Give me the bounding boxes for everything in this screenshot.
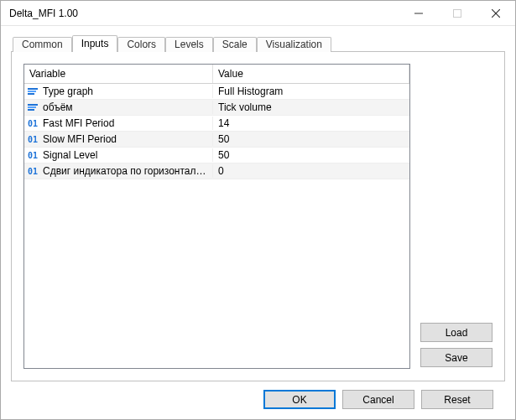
grid-body: Type graphFull HistogramобъёмTick volume…	[24, 84, 409, 368]
minimize-button[interactable]	[399, 1, 438, 26]
enum-type-icon	[24, 103, 41, 111]
variable-name: Signal Level	[41, 148, 213, 162]
dialog-window: Delta_MFI 1.00 Common Inputs Colors Leve…	[0, 0, 516, 420]
variable-value[interactable]: 14	[213, 117, 409, 130]
variable-name: Сдвиг индикатора по горизонтали в ...	[41, 164, 213, 178]
enum-type-icon	[24, 87, 41, 96]
tab-levels[interactable]: Levels	[165, 37, 213, 52]
tab-colors[interactable]: Colors	[117, 37, 165, 52]
tab-scale[interactable]: Scale	[213, 37, 257, 52]
inputs-grid[interactable]: Variable Value Type graphFull Histogramо…	[23, 64, 410, 369]
tab-panel: Variable Value Type graphFull Histogramо…	[11, 51, 505, 381]
table-row[interactable]: Type graphFull Histogram	[24, 84, 409, 100]
variable-name: Type graph	[41, 85, 213, 98]
int-type-icon: 01	[24, 135, 41, 144]
table-row[interactable]: 01Сдвиг индикатора по горизонтали в ...0	[24, 163, 409, 179]
column-header-variable[interactable]: Variable	[24, 65, 213, 83]
tab-inputs[interactable]: Inputs	[72, 35, 118, 52]
ok-button[interactable]: OK	[263, 390, 336, 409]
int-type-icon: 01	[24, 167, 41, 176]
variable-name: Slow MFI Period	[41, 132, 213, 146]
table-row[interactable]: объёмTick volume	[24, 100, 409, 116]
grid-header: Variable Value	[24, 65, 409, 84]
maximize-button	[438, 1, 477, 26]
svg-rect-1	[454, 9, 461, 17]
tab-common[interactable]: Common	[13, 37, 72, 52]
table-row[interactable]: 01Slow MFI Period50	[24, 132, 409, 148]
titlebar: Delta_MFI 1.00	[1, 1, 515, 26]
variable-value[interactable]: 50	[213, 148, 409, 162]
column-header-value[interactable]: Value	[213, 65, 409, 83]
variable-name: объём	[41, 101, 213, 114]
variable-name: Fast MFI Period	[41, 117, 213, 130]
side-buttons: Load Save	[410, 64, 493, 369]
window-title: Delta_MFI 1.00	[9, 8, 399, 19]
variable-value[interactable]: Tick volume	[213, 101, 409, 114]
load-button[interactable]: Load	[420, 323, 493, 342]
tab-strip: Common Inputs Colors Levels Scale Visual…	[11, 33, 505, 51]
int-type-icon: 01	[24, 151, 41, 160]
dialog-body: Common Inputs Colors Levels Scale Visual…	[1, 26, 515, 419]
footer-buttons: OK Cancel Reset	[11, 381, 505, 409]
cancel-button[interactable]: Cancel	[342, 390, 414, 409]
variable-value[interactable]: 0	[213, 164, 409, 178]
tab-visualization[interactable]: Visualization	[257, 37, 331, 52]
table-row[interactable]: 01Signal Level50	[24, 148, 409, 163]
table-row[interactable]: 01Fast MFI Period14	[24, 116, 409, 132]
reset-button[interactable]: Reset	[421, 390, 493, 409]
close-button[interactable]	[477, 1, 515, 26]
int-type-icon: 01	[24, 119, 41, 128]
save-button[interactable]: Save	[420, 348, 493, 367]
variable-value[interactable]: 50	[213, 132, 409, 146]
variable-value[interactable]: Full Histogram	[213, 85, 409, 98]
